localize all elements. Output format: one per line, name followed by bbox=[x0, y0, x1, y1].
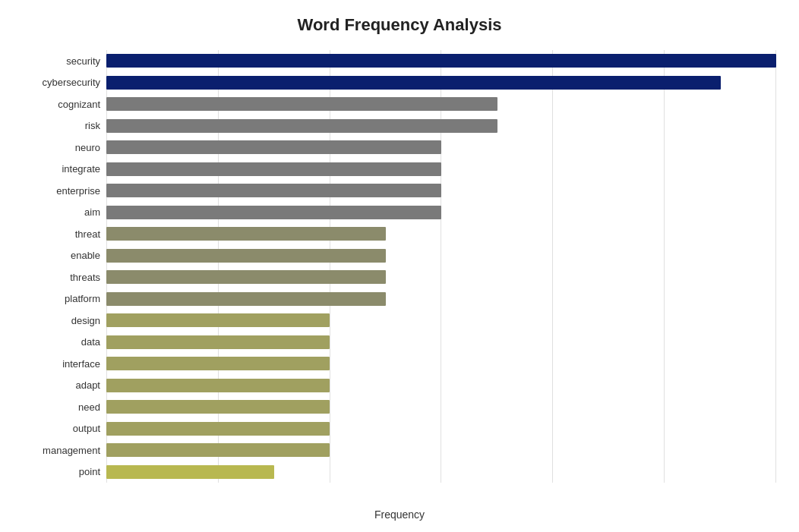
y-label: platform bbox=[65, 294, 100, 304]
bar bbox=[106, 270, 386, 284]
y-label: output bbox=[73, 423, 100, 433]
y-label: threat bbox=[75, 229, 100, 239]
bar-row bbox=[106, 139, 776, 156]
bar-row bbox=[106, 161, 776, 178]
y-label: neuro bbox=[75, 143, 100, 153]
bar-row bbox=[106, 225, 776, 242]
bar-row bbox=[106, 247, 776, 264]
y-labels: securitycybersecuritycognizantriskneuroi… bbox=[23, 50, 106, 483]
bar-row bbox=[106, 96, 776, 112]
bar bbox=[106, 400, 330, 414]
bar-row bbox=[106, 464, 776, 480]
bar bbox=[106, 140, 441, 154]
y-label: adapt bbox=[75, 380, 100, 390]
bar-row bbox=[106, 118, 776, 134]
bar bbox=[106, 162, 441, 176]
y-label: integrate bbox=[62, 164, 100, 174]
bar-row bbox=[106, 182, 776, 199]
x-axis-label: Frequency bbox=[0, 508, 799, 521]
y-label: management bbox=[43, 445, 100, 455]
y-label: security bbox=[66, 56, 100, 66]
bar-row bbox=[106, 204, 776, 221]
y-label: enable bbox=[71, 250, 100, 260]
y-label: aim bbox=[84, 207, 100, 217]
y-label: threats bbox=[70, 272, 100, 282]
bars-grid bbox=[106, 50, 776, 483]
bar bbox=[106, 313, 330, 327]
y-label: interface bbox=[62, 359, 100, 369]
y-label: cybersecurity bbox=[42, 77, 100, 87]
bar-row bbox=[106, 269, 776, 285]
bar bbox=[106, 379, 330, 392]
bar bbox=[106, 227, 386, 241]
bar-row bbox=[106, 291, 776, 307]
y-label: enterprise bbox=[56, 186, 100, 196]
bar bbox=[106, 206, 441, 219]
bar bbox=[106, 97, 497, 111]
bar-row bbox=[106, 312, 776, 329]
chart-area: securitycybersecuritycognizantriskneuroi… bbox=[23, 50, 776, 483]
bar-row bbox=[106, 398, 776, 415]
y-label: point bbox=[79, 467, 100, 477]
bar bbox=[106, 465, 274, 479]
bar-row bbox=[106, 52, 776, 69]
y-label: risk bbox=[85, 121, 100, 131]
bar-row bbox=[106, 377, 776, 394]
bar bbox=[106, 292, 386, 306]
bar bbox=[106, 335, 330, 349]
bar bbox=[106, 357, 330, 370]
y-label: design bbox=[71, 316, 100, 326]
y-label: data bbox=[81, 337, 100, 347]
chart-title: Word Frequency Analysis bbox=[23, 15, 776, 35]
bar bbox=[106, 443, 330, 457]
bar-row bbox=[106, 334, 776, 351]
chart-container: Word Frequency Analysis securitycybersec… bbox=[0, 0, 799, 532]
bar bbox=[106, 184, 441, 197]
bar bbox=[106, 54, 776, 68]
bar bbox=[106, 249, 386, 263]
bar bbox=[106, 76, 721, 90]
y-label: need bbox=[78, 402, 100, 412]
bar-row bbox=[106, 74, 776, 91]
y-label: cognizant bbox=[58, 99, 100, 109]
bar-row bbox=[106, 355, 776, 372]
bar bbox=[106, 119, 497, 133]
bar bbox=[106, 422, 330, 436]
bar-row bbox=[106, 442, 776, 458]
bar-row bbox=[106, 420, 776, 437]
